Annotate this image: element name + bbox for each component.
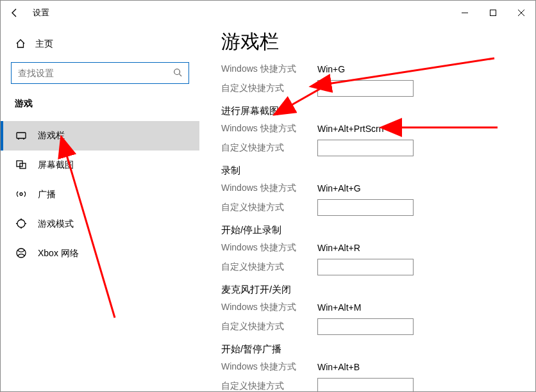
custom-shortcut-input[interactable] (317, 80, 414, 97)
shortcut-row: Windows 快捷方式 Win+Alt+M (221, 297, 535, 316)
svg-point-11 (20, 193, 22, 195)
sidebar-item-label: Xbox 网络 (38, 248, 79, 259)
shortcut-row: Windows 快捷方式 Win+Alt+R (221, 238, 535, 257)
win-shortcut-value: Win+Alt+R (317, 243, 360, 253)
win-shortcut-label: Windows 快捷方式 (221, 63, 317, 75)
shortcut-section-head: 开始/停止录制 (221, 216, 535, 238)
shortcut-row: 自定义快捷方式 (221, 197, 535, 216)
sidebar-home-label: 主页 (35, 38, 53, 50)
broadcast-icon (15, 188, 28, 202)
gamemode-icon (15, 218, 28, 231)
xbox-icon (15, 247, 28, 261)
custom-shortcut-label: 自定义快捷方式 (221, 142, 317, 154)
home-icon (15, 38, 26, 51)
win-shortcut-label: Windows 快捷方式 (221, 123, 317, 135)
shortcut-section-head: 录制 (221, 157, 535, 178)
sidebar-item-xbox[interactable]: Xbox 网络 (1, 239, 199, 268)
shortcut-row: 自定义快捷方式 (221, 257, 535, 276)
maximize-button[interactable] (479, 2, 507, 24)
svg-line-5 (180, 74, 182, 76)
svg-point-13 (17, 249, 26, 257)
svg-rect-6 (17, 133, 26, 138)
win-shortcut-value: Win+Alt+B (317, 362, 360, 372)
sidebar-item-label: 游戏模式 (38, 218, 74, 230)
shortcut-section-head: 进行屏幕截图 (221, 97, 535, 118)
window-controls (451, 2, 535, 24)
svg-point-12 (17, 220, 25, 227)
win-shortcut-value: Win+G (317, 64, 345, 74)
shortcut-row: Windows 快捷方式 Win+Alt+PrtScrn (221, 118, 535, 138)
shortcut-row: 自定义快捷方式 (221, 78, 535, 97)
custom-shortcut-input[interactable] (317, 140, 414, 156)
shortcut-row: 自定义快捷方式 (221, 376, 535, 391)
custom-shortcut-label: 自定义快捷方式 (221, 261, 317, 273)
custom-shortcut-label: 自定义快捷方式 (221, 83, 317, 94)
sidebar-item-broadcast[interactable]: 广播 (1, 180, 199, 209)
search-input[interactable] (17, 67, 172, 79)
win-shortcut-label: Windows 快捷方式 (221, 361, 317, 373)
win-shortcut-value: Win+Alt+G (317, 183, 361, 193)
shortcut-row: 自定义快捷方式 (221, 316, 535, 336)
sidebar-nav: 游戏栏 屏幕截图 广播 (1, 121, 199, 268)
custom-shortcut-input[interactable] (317, 378, 414, 391)
sidebar-item-label: 广播 (38, 189, 56, 200)
custom-shortcut-input[interactable] (317, 318, 414, 335)
win-shortcut-label: Windows 快捷方式 (221, 242, 317, 254)
minimize-button[interactable] (451, 2, 479, 24)
title-bar: 设置 (1, 1, 535, 25)
svg-point-4 (174, 69, 180, 74)
screenshot-icon (15, 159, 28, 172)
shortcut-row: 自定义快捷方式 (221, 138, 535, 157)
gamebar-icon (15, 129, 28, 143)
main-content: 游戏栏 Windows 快捷方式 Win+G 自定义快捷方式 进行屏幕截图 Wi… (199, 25, 535, 391)
win-shortcut-value: Win+Alt+PrtScrn (317, 124, 383, 134)
sidebar-item-label: 游戏栏 (38, 130, 65, 142)
shortcut-row: Windows 快捷方式 Win+Alt+G (221, 178, 535, 197)
search-icon (172, 68, 183, 79)
sidebar-group-label: 游戏 (1, 84, 199, 112)
sidebar-item-gamemode[interactable]: 游戏模式 (1, 209, 199, 239)
win-shortcut-value: Win+Alt+M (317, 302, 361, 313)
custom-shortcut-label: 自定义快捷方式 (221, 380, 317, 391)
search-box[interactable] (11, 62, 189, 84)
custom-shortcut-input[interactable] (317, 259, 414, 275)
shortcut-section-head: 开始/暂停广播 (221, 336, 535, 357)
win-shortcut-label: Windows 快捷方式 (221, 183, 317, 194)
custom-shortcut-input[interactable] (317, 199, 414, 216)
close-button[interactable] (507, 2, 535, 24)
sidebar-item-gamebar[interactable]: 游戏栏 (1, 121, 199, 151)
back-button[interactable] (1, 1, 29, 25)
sidebar-item-screenshot[interactable]: 屏幕截图 (1, 151, 199, 180)
sidebar-home[interactable]: 主页 (1, 31, 199, 57)
shortcut-row: Windows 快捷方式 Win+G (221, 59, 535, 78)
sidebar: 主页 游戏 游戏栏 (1, 25, 199, 391)
sidebar-item-label: 屏幕截图 (38, 159, 74, 171)
svg-rect-1 (490, 10, 496, 16)
shortcut-row: Windows 快捷方式 Win+Alt+B (221, 357, 535, 376)
window-title: 设置 (29, 7, 49, 19)
shortcut-section-head: 麦克风打开/关闭 (221, 276, 535, 297)
page-title: 游戏栏 (221, 29, 535, 55)
win-shortcut-label: Windows 快捷方式 (221, 302, 317, 313)
custom-shortcut-label: 自定义快捷方式 (221, 202, 317, 213)
custom-shortcut-label: 自定义快捷方式 (221, 321, 317, 332)
shortcut-rows: Windows 快捷方式 Win+G 自定义快捷方式 进行屏幕截图 Window… (221, 59, 535, 391)
